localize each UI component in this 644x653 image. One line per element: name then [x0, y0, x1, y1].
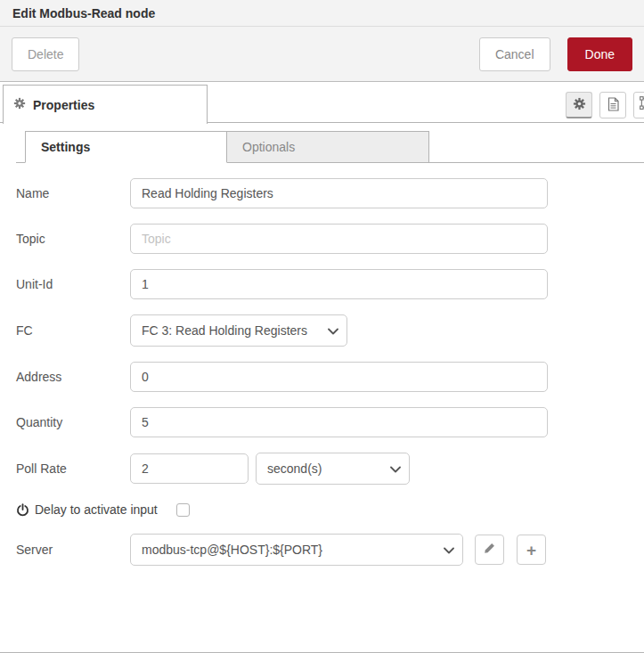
- page-title: Edit Modbus-Read node: [12, 6, 155, 20]
- fc-select-value: FC 3: Read Holding Registers: [142, 323, 322, 338]
- properties-tab-bar: Properties: [0, 82, 644, 123]
- quantity-row: Quantity: [16, 407, 644, 437]
- settings-form: Name Topic Unit-Id FC FC 3: Read Holding…: [0, 163, 644, 566]
- unit-id-label: Unit-Id: [16, 277, 130, 291]
- unit-id-field[interactable]: [130, 269, 548, 299]
- tab-optionals[interactable]: Optionals: [227, 131, 429, 163]
- name-field[interactable]: [130, 178, 548, 208]
- address-label: Address: [16, 370, 130, 384]
- topic-field[interactable]: [130, 224, 548, 254]
- settings-tab-bar: Settings Optionals: [16, 131, 644, 163]
- properties-tab[interactable]: Properties: [3, 85, 208, 124]
- tab-settings-label: Settings: [41, 140, 90, 154]
- quantity-label: Quantity: [16, 415, 130, 429]
- server-row: Server modbus-tcp@${HOST}:${PORT} +: [16, 534, 644, 566]
- appearance-icon: [640, 96, 644, 114]
- power-icon: [16, 503, 29, 517]
- fc-row: FC FC 3: Read Holding Registers: [16, 314, 644, 347]
- dialog-header: Edit Modbus-Read node: [0, 0, 644, 27]
- quantity-field[interactable]: [130, 407, 548, 437]
- fc-label: FC: [16, 323, 130, 338]
- appearance-icon-button[interactable]: [633, 92, 644, 118]
- server-select[interactable]: modbus-tcp@${HOST}:${PORT}: [130, 534, 463, 566]
- address-field[interactable]: [130, 362, 548, 392]
- tray-toolbar: Delete Cancel Done: [0, 27, 644, 82]
- properties-tab-label: Properties: [33, 98, 94, 112]
- poll-rate-label: Poll Rate: [16, 461, 130, 476]
- server-label: Server: [16, 543, 130, 557]
- pencil-icon: [484, 543, 495, 557]
- unit-id-row: Unit-Id: [16, 269, 644, 299]
- poll-rate-field[interactable]: [130, 453, 249, 484]
- delete-button[interactable]: Delete: [12, 37, 79, 71]
- edit-node-dialog: Edit Modbus-Read node Delete Cancel Done: [0, 0, 644, 653]
- chevron-down-icon: [390, 461, 401, 476]
- delay-checkbox[interactable]: [176, 503, 190, 517]
- gear-icon: [13, 97, 26, 112]
- tab-optionals-label: Optionals: [242, 140, 295, 154]
- done-button[interactable]: Done: [567, 37, 632, 71]
- chevron-down-icon: [328, 323, 338, 338]
- address-row: Address: [16, 362, 644, 392]
- add-server-button[interactable]: +: [517, 535, 546, 565]
- poll-rate-unit-value: second(s): [267, 461, 385, 476]
- name-label: Name: [16, 186, 130, 200]
- delay-row: Delay to activate input: [16, 502, 644, 517]
- server-select-value: modbus-tcp@${HOST}:${PORT}: [142, 543, 438, 557]
- description-icon-button[interactable]: [599, 92, 626, 118]
- poll-rate-row: Poll Rate second(s): [16, 453, 644, 485]
- tab-settings[interactable]: Settings: [25, 131, 227, 163]
- editor-icon-buttons: [566, 82, 644, 122]
- chevron-down-icon: [444, 543, 454, 557]
- plus-icon: +: [526, 542, 536, 559]
- doc-icon: [607, 97, 620, 114]
- properties-icon-button[interactable]: [566, 92, 592, 118]
- cancel-button[interactable]: Cancel: [479, 37, 550, 71]
- topic-label: Topic: [16, 232, 130, 246]
- edit-server-button[interactable]: [475, 535, 504, 565]
- delay-label: Delay to activate input: [35, 502, 158, 517]
- gear-icon: [573, 97, 586, 113]
- topic-row: Topic: [16, 224, 644, 254]
- poll-rate-unit-select[interactable]: second(s): [256, 453, 410, 485]
- fc-select[interactable]: FC 3: Read Holding Registers: [130, 314, 347, 347]
- name-row: Name: [16, 178, 644, 208]
